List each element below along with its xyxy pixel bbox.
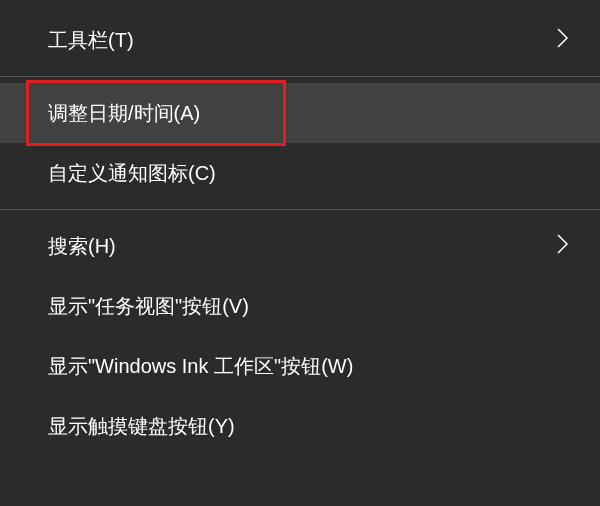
menu-item-label: 自定义通知图标(C) (48, 160, 216, 187)
menu-item-label: 显示触摸键盘按钮(Y) (48, 413, 235, 440)
menu-item-label: 搜索(H) (48, 233, 116, 260)
menu-item-label: 调整日期/时间(A) (48, 100, 200, 127)
menu-item-search[interactable]: 搜索(H) (0, 216, 600, 276)
menu-item-label: 显示"任务视图"按钮(V) (48, 293, 249, 320)
menu-item-label: 显示"Windows Ink 工作区"按钮(W) (48, 353, 353, 380)
menu-item-adjust-datetime[interactable]: 调整日期/时间(A) (0, 83, 600, 143)
context-menu: 工具栏(T) 调整日期/时间(A) 自定义通知图标(C) 搜索(H) 显示"任务… (0, 0, 600, 456)
menu-separator (0, 76, 600, 77)
menu-item-show-windows-ink-workspace-button[interactable]: 显示"Windows Ink 工作区"按钮(W) (0, 336, 600, 396)
menu-separator (0, 209, 600, 210)
menu-item-label: 工具栏(T) (48, 27, 134, 54)
menu-item-toolbars[interactable]: 工具栏(T) (0, 10, 600, 70)
chevron-right-icon (556, 26, 570, 55)
menu-item-show-task-view-button[interactable]: 显示"任务视图"按钮(V) (0, 276, 600, 336)
chevron-right-icon (556, 232, 570, 261)
menu-item-customize-notification-icons[interactable]: 自定义通知图标(C) (0, 143, 600, 203)
menu-item-show-touch-keyboard-button[interactable]: 显示触摸键盘按钮(Y) (0, 396, 600, 456)
